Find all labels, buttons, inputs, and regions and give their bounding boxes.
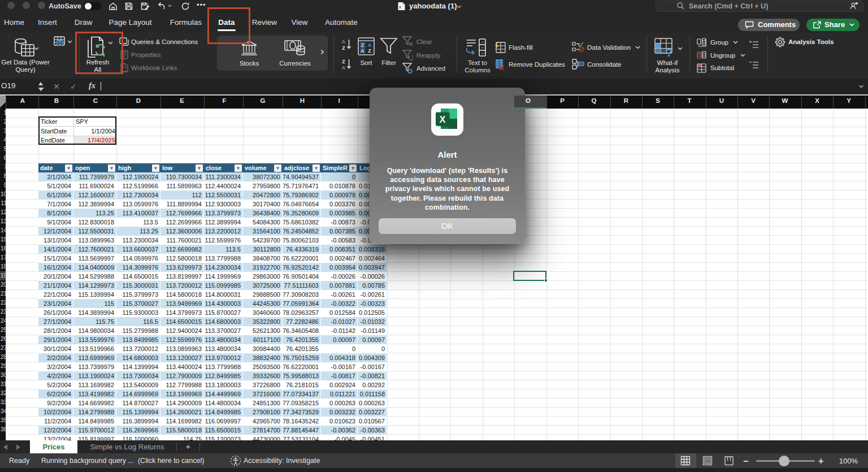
svg-text:A: A bbox=[342, 39, 346, 45]
svg-text:Z: Z bbox=[342, 59, 345, 64]
svg-text:Z: Z bbox=[361, 42, 364, 48]
svg-text:A: A bbox=[361, 48, 364, 54]
svg-text:?: ? bbox=[666, 46, 672, 59]
svg-text:Z: Z bbox=[342, 45, 345, 51]
svg-text:A: A bbox=[368, 42, 372, 48]
svg-text:A: A bbox=[342, 65, 346, 71]
svg-text:X: X bbox=[440, 115, 446, 124]
svg-text:x: x bbox=[399, 5, 401, 9]
svg-text:Z: Z bbox=[368, 48, 371, 54]
